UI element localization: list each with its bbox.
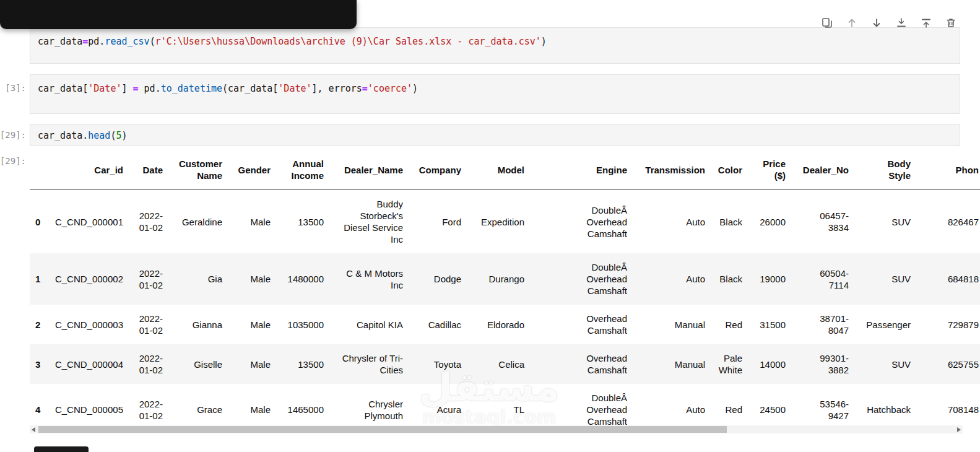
cell-text: Manual <box>675 359 705 370</box>
table-cell: 38701-8047 <box>791 305 854 344</box>
column-header: Annual Income <box>276 150 329 190</box>
dataframe-table: Car_idDateCustomer NameGenderAnnual Inco… <box>30 150 980 435</box>
code-input-3[interactable]: car_data.head(5) <box>30 124 960 147</box>
cell-text: Auto <box>686 216 705 228</box>
table-cell: Expedition <box>467 190 530 254</box>
row-index: 0 <box>30 190 46 254</box>
code-token: read_csv <box>105 36 149 47</box>
cell-text: Male <box>250 273 271 285</box>
table-cell: Male <box>228 253 276 305</box>
insert-cell-above-icon[interactable] <box>921 17 932 28</box>
cell-text: 53546-9427 <box>810 398 849 422</box>
prompt-text: [29]: <box>0 129 26 141</box>
table-cell: 729879 <box>916 305 980 344</box>
column-header: Dealer_Name <box>329 150 409 190</box>
code-input-1[interactable]: car_data=pd.read_csv(r'C:\Users\hussa\Do… <box>30 28 960 55</box>
code-cell-3[interactable]: car_data.head(5) <box>30 124 960 146</box>
code-cell-1[interactable]: car_data=pd.read_csv(r'C:\Users\hussa\Do… <box>30 27 960 64</box>
table-cell: Passenger <box>854 305 916 344</box>
code-token: = <box>362 83 368 94</box>
table-row: 1C_CND_0000022022-01-02GiaMale1480000C &… <box>30 253 980 305</box>
cell-text: Buddy Storbeck's Diesel Service Inc <box>335 198 403 245</box>
table-cell: Pale White <box>711 344 748 384</box>
table-cell: SUV <box>854 344 916 384</box>
cell-text: Overhead Camshaft <box>554 352 627 376</box>
table-cell: 625755 <box>916 344 980 384</box>
cell-text: 99301-3882 <box>810 352 849 376</box>
code-token: ) <box>541 36 547 47</box>
table-cell: 31500 <box>748 305 791 344</box>
duplicate-cell-icon[interactable] <box>822 17 833 28</box>
cell-text: 60504-7114 <box>810 267 849 291</box>
table-cell: Gianna <box>168 305 228 344</box>
table-cell: 13500 <box>276 190 329 254</box>
column-header: Color <box>711 150 748 190</box>
table-cell: Overhead Camshaft <box>530 305 633 344</box>
jupyter-notebook: { "toolbar": { "icons": ["duplicate-cell… <box>0 0 980 452</box>
delete-cell-icon[interactable] <box>945 17 956 28</box>
cell-text: SUV <box>891 359 911 370</box>
cell-text: Pale White <box>716 352 742 376</box>
cell-text: Eldorado <box>487 319 524 331</box>
table-cell: C & M Motors Inc <box>329 253 409 305</box>
table-cell: 2022-01-02 <box>129 253 168 305</box>
code-cell-2[interactable]: car_data['Date'] = pd.to_datetime(car_da… <box>30 74 960 114</box>
table-cell: Cadillac <box>409 305 467 344</box>
table-cell: Auto <box>633 190 711 254</box>
scroll-right-arrow-icon[interactable] <box>957 427 961 432</box>
cell-text: C_CND_000003 <box>55 319 123 331</box>
scroll-left-arrow-icon[interactable] <box>32 427 35 432</box>
column-header: Gender <box>228 150 276 190</box>
code-input-2[interactable]: car_data['Date'] = pd.to_datetime(car_da… <box>30 75 960 102</box>
table-cell: SUV <box>854 190 916 254</box>
column-header: Dealer_No <box>791 150 854 190</box>
table-cell: Dodge <box>409 253 467 305</box>
table-cell: 19000 <box>748 253 791 305</box>
cell-text: Acura <box>437 404 461 415</box>
code-token: to_datetime <box>161 83 222 94</box>
table-cell: Eldorado <box>467 305 530 344</box>
cell-text: Passenger <box>866 319 911 331</box>
cell-text: Overhead Camshaft <box>554 313 627 336</box>
cell-text: 2022-01-02 <box>134 398 163 422</box>
table-cell: Male <box>228 190 276 254</box>
move-cell-up-icon[interactable] <box>846 17 857 28</box>
table-cell: Black <box>711 253 748 305</box>
table-cell: Black <box>711 190 748 254</box>
cell-text: 2022-01-02 <box>134 352 163 376</box>
column-header: Car_id <box>46 150 129 190</box>
cell-text: Male <box>250 404 271 415</box>
table-cell: Durango <box>467 253 530 305</box>
cell-text: 625755 <box>948 359 979 370</box>
redaction-overlay-top <box>0 0 357 29</box>
cell-text: Durango <box>488 273 524 285</box>
cell-text: DoubleÂ Overhead Camshaft <box>554 204 627 240</box>
cell-text: 38701-8047 <box>810 313 849 336</box>
cell-text: 1035000 <box>288 319 324 331</box>
column-header: Date <box>129 150 168 190</box>
column-header: Price ($) <box>748 150 791 190</box>
output-prompt: [29]: <box>0 155 26 167</box>
table-cell: 1035000 <box>276 305 329 344</box>
code-token: = <box>133 83 139 94</box>
table-cell: 2022-01-02 <box>129 305 168 344</box>
horizontal-scrollbar[interactable] <box>30 425 963 433</box>
execution-prompt-cell-3: [29]: <box>0 129 26 141</box>
cell-text: 2022-01-02 <box>134 313 163 336</box>
execution-prompt-cell-2: [3]: <box>0 82 26 94</box>
table-row: 0C_CND_0000012022-01-02GeraldineMale1350… <box>30 190 980 254</box>
cell-text: 24500 <box>760 404 786 415</box>
table-cell: DoubleÂ Overhead Camshaft <box>530 253 633 305</box>
table-cell: Buddy Storbeck's Diesel Service Inc <box>329 190 409 254</box>
cell-text: Celica <box>498 359 524 370</box>
scrollbar-thumb[interactable] <box>38 426 727 433</box>
cell-text: 729879 <box>948 319 979 331</box>
cell-text: 13500 <box>298 216 324 228</box>
table-row: 3C_CND_0000042022-01-02GiselleMale13500C… <box>30 344 980 384</box>
table-cell: 26000 <box>748 190 791 254</box>
insert-cell-below-icon[interactable] <box>896 17 907 28</box>
code-token: ] <box>121 83 132 94</box>
move-cell-down-icon[interactable] <box>871 17 882 28</box>
cell-text: 2022-01-02 <box>134 210 163 233</box>
table-cell: Gia <box>168 253 228 305</box>
